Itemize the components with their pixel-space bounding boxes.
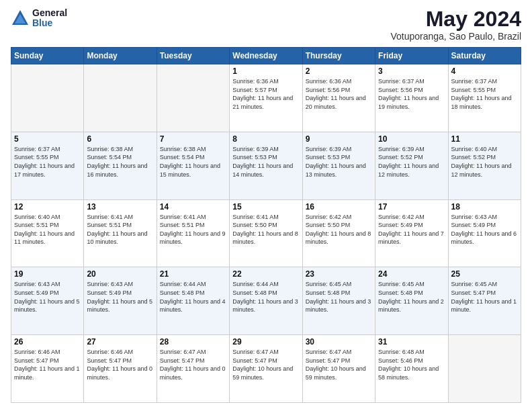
cell-info: Sunrise: 6:39 AMSunset: 5:53 PMDaylight:… [232,145,299,179]
cell-info: Sunrise: 6:37 AMSunset: 5:55 PMDaylight:… [14,145,81,179]
cell-info: Sunrise: 6:43 AMSunset: 5:49 PMDaylight:… [87,280,153,314]
day-number: 9 [306,134,372,144]
calendar-cell: 14Sunrise: 6:41 AMSunset: 5:51 PMDayligh… [157,199,229,267]
logo-general-text: General [32,8,67,18]
calendar-cell [157,64,229,132]
cell-info: Sunrise: 6:39 AMSunset: 5:52 PMDaylight:… [378,145,445,179]
calendar-cell: 1Sunrise: 6:36 AMSunset: 5:57 PMDaylight… [230,64,302,132]
logo: General Blue [11,8,67,29]
cell-info: Sunrise: 6:38 AMSunset: 5:54 PMDaylight:… [87,145,153,179]
cell-info: Sunrise: 6:44 AMSunset: 5:48 PMDaylight:… [232,280,299,314]
calendar-cell: 30Sunrise: 6:47 AMSunset: 5:47 PMDayligh… [302,335,375,403]
day-number: 5 [14,134,81,144]
calendar-cell: 23Sunrise: 6:45 AMSunset: 5:48 PMDayligh… [302,267,375,335]
day-number: 7 [160,134,226,144]
calendar-cell: 2Sunrise: 6:36 AMSunset: 5:56 PMDaylight… [302,64,375,132]
cell-info: Sunrise: 6:46 AMSunset: 5:47 PMDaylight:… [14,348,81,381]
cell-info: Sunrise: 6:41 AMSunset: 5:50 PMDaylight:… [232,213,299,246]
day-number: 20 [87,269,153,279]
cell-info: Sunrise: 6:37 AMSunset: 5:55 PMDaylight:… [451,77,518,111]
cell-info: Sunrise: 6:43 AMSunset: 5:49 PMDaylight:… [451,213,518,246]
logo-icon [11,9,30,28]
cell-info: Sunrise: 6:43 AMSunset: 5:49 PMDaylight:… [14,280,81,314]
calendar-cell: 16Sunrise: 6:42 AMSunset: 5:50 PMDayligh… [302,199,375,267]
day-number: 15 [232,202,299,212]
cell-info: Sunrise: 6:41 AMSunset: 5:51 PMDaylight:… [87,213,153,246]
calendar-cell [84,64,157,132]
logo-blue-text: Blue [32,18,67,28]
calendar-cell: 28Sunrise: 6:47 AMSunset: 5:47 PMDayligh… [157,335,229,403]
weekday-header-sunday: Sunday [11,48,84,64]
page: General Blue May 2024 Votuporanga, Sao P… [0,0,532,411]
day-number: 16 [306,202,372,212]
calendar-table: SundayMondayTuesdayWednesdayThursdayFrid… [11,47,521,403]
day-number: 31 [378,337,445,347]
cell-info: Sunrise: 6:38 AMSunset: 5:54 PMDaylight:… [160,145,226,179]
day-number: 28 [160,337,226,347]
calendar-cell: 9Sunrise: 6:39 AMSunset: 5:53 PMDaylight… [302,132,375,199]
calendar-week-3: 12Sunrise: 6:40 AMSunset: 5:51 PMDayligh… [11,199,521,267]
cell-info: Sunrise: 6:47 AMSunset: 5:47 PMDaylight:… [306,348,372,381]
location: Votuporanga, Sao Paulo, Brazil [390,31,521,42]
calendar-cell [11,64,84,132]
cell-info: Sunrise: 6:37 AMSunset: 5:56 PMDaylight:… [378,77,445,111]
day-number: 29 [232,337,299,347]
calendar-cell: 29Sunrise: 6:47 AMSunset: 5:47 PMDayligh… [230,335,302,403]
calendar-cell: 27Sunrise: 6:46 AMSunset: 5:47 PMDayligh… [84,335,157,403]
day-number: 21 [160,269,226,279]
calendar-cell: 25Sunrise: 6:45 AMSunset: 5:47 PMDayligh… [448,267,521,335]
calendar-cell: 12Sunrise: 6:40 AMSunset: 5:51 PMDayligh… [11,199,84,267]
day-number: 2 [306,66,372,76]
day-number: 26 [14,337,81,347]
cell-info: Sunrise: 6:48 AMSunset: 5:46 PMDaylight:… [378,348,445,381]
day-number: 30 [306,337,372,347]
day-number: 11 [451,134,518,144]
day-number: 25 [451,269,518,279]
calendar-cell: 15Sunrise: 6:41 AMSunset: 5:50 PMDayligh… [230,199,302,267]
weekday-header-monday: Monday [84,48,157,64]
cell-info: Sunrise: 6:40 AMSunset: 5:52 PMDaylight:… [451,145,518,179]
calendar-cell: 13Sunrise: 6:41 AMSunset: 5:51 PMDayligh… [84,199,157,267]
cell-info: Sunrise: 6:44 AMSunset: 5:48 PMDaylight:… [160,280,226,314]
day-number: 3 [378,66,445,76]
calendar-cell: 3Sunrise: 6:37 AMSunset: 5:56 PMDaylight… [375,64,448,132]
weekday-header-tuesday: Tuesday [157,48,229,64]
day-number: 6 [87,134,153,144]
cell-info: Sunrise: 6:36 AMSunset: 5:57 PMDaylight:… [232,77,299,111]
day-number: 17 [378,202,445,212]
cell-info: Sunrise: 6:42 AMSunset: 5:49 PMDaylight:… [378,213,445,246]
day-number: 22 [232,269,299,279]
cell-info: Sunrise: 6:40 AMSunset: 5:51 PMDaylight:… [14,213,81,246]
calendar-cell: 4Sunrise: 6:37 AMSunset: 5:55 PMDaylight… [448,64,521,132]
calendar-cell: 10Sunrise: 6:39 AMSunset: 5:52 PMDayligh… [375,132,448,199]
day-number: 13 [87,202,153,212]
cell-info: Sunrise: 6:45 AMSunset: 5:48 PMDaylight:… [378,280,445,314]
day-number: 10 [378,134,445,144]
calendar-cell: 5Sunrise: 6:37 AMSunset: 5:55 PMDaylight… [11,132,84,199]
cell-info: Sunrise: 6:41 AMSunset: 5:51 PMDaylight:… [160,213,226,246]
calendar-cell: 8Sunrise: 6:39 AMSunset: 5:53 PMDaylight… [230,132,302,199]
day-number: 14 [160,202,226,212]
day-number: 19 [14,269,81,279]
calendar-cell: 7Sunrise: 6:38 AMSunset: 5:54 PMDaylight… [157,132,229,199]
day-number: 27 [87,337,153,347]
calendar-week-2: 5Sunrise: 6:37 AMSunset: 5:55 PMDaylight… [11,132,521,199]
day-number: 4 [451,66,518,76]
calendar-week-5: 26Sunrise: 6:46 AMSunset: 5:47 PMDayligh… [11,335,521,403]
calendar-week-1: 1Sunrise: 6:36 AMSunset: 5:57 PMDaylight… [11,64,521,132]
day-number: 1 [232,66,299,76]
calendar-cell [448,335,521,403]
weekday-header-row: SundayMondayTuesdayWednesdayThursdayFrid… [11,48,521,64]
calendar-cell: 6Sunrise: 6:38 AMSunset: 5:54 PMDaylight… [84,132,157,199]
day-number: 18 [451,202,518,212]
calendar-cell: 26Sunrise: 6:46 AMSunset: 5:47 PMDayligh… [11,335,84,403]
day-number: 8 [232,134,299,144]
calendar-cell: 19Sunrise: 6:43 AMSunset: 5:49 PMDayligh… [11,267,84,335]
cell-info: Sunrise: 6:42 AMSunset: 5:50 PMDaylight:… [306,213,372,246]
weekday-header-thursday: Thursday [302,48,375,64]
title-block: May 2024 Votuporanga, Sao Paulo, Brazil [390,8,521,42]
header: General Blue May 2024 Votuporanga, Sao P… [11,8,521,42]
day-number: 24 [378,269,445,279]
calendar-cell: 31Sunrise: 6:48 AMSunset: 5:46 PMDayligh… [375,335,448,403]
weekday-header-wednesday: Wednesday [230,48,302,64]
